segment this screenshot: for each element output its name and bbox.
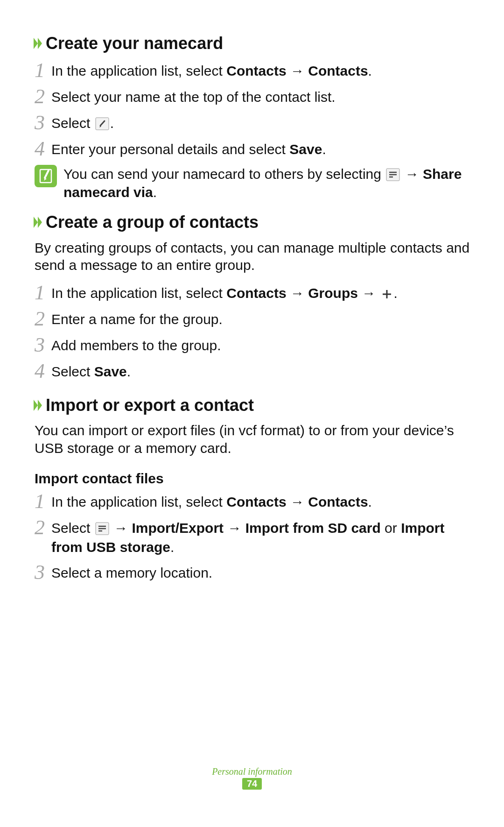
section-heading-import: Import or export a contact bbox=[33, 395, 471, 417]
step-text: In the application list, select Contacts… bbox=[51, 283, 471, 303]
step-text: Enter a name for the group. bbox=[51, 309, 471, 329]
heading-text: Create your namecard bbox=[46, 33, 223, 55]
svg-marker-17 bbox=[38, 400, 42, 411]
edit-icon bbox=[95, 117, 109, 130]
step-text: Select → Import/Export → Import from SD … bbox=[51, 517, 471, 557]
step-text: Select a memory location. bbox=[51, 562, 471, 583]
step: 2Enter a name for the group. bbox=[35, 309, 471, 329]
page-footer: Personal information 74 bbox=[0, 766, 504, 790]
chevron-icon bbox=[33, 216, 43, 229]
step-text: Select . bbox=[51, 113, 471, 133]
note-icon bbox=[35, 165, 57, 187]
section-heading-namecard: Create your namecard bbox=[33, 33, 471, 55]
svg-marker-16 bbox=[34, 400, 38, 411]
step-text: Select your name at the top of the conta… bbox=[51, 86, 471, 107]
step: 2Select your name at the top of the cont… bbox=[35, 86, 471, 107]
section-intro: By creating groups of contacts, you can … bbox=[35, 239, 471, 274]
note-text: You can send your namecard to others by … bbox=[63, 165, 471, 201]
footer-section-name: Personal information bbox=[0, 766, 504, 777]
step: 3Select . bbox=[35, 113, 471, 133]
step: 1In the application list, select Contact… bbox=[35, 60, 471, 81]
chevron-icon bbox=[33, 399, 43, 412]
heading-text: Import or export a contact bbox=[46, 395, 254, 417]
sub-heading-import-files: Import contact files bbox=[35, 471, 471, 487]
page-number: 74 bbox=[242, 778, 262, 790]
step-text: Enter your personal details and select S… bbox=[51, 139, 471, 159]
svg-marker-12 bbox=[34, 217, 38, 228]
step: 3Add members to the group. bbox=[35, 335, 471, 355]
step-text: In the application list, select Contacts… bbox=[51, 60, 471, 81]
menu-icon bbox=[95, 522, 109, 535]
steps-groups: 1In the application list, select Contact… bbox=[33, 283, 471, 382]
step-text: Select Save. bbox=[51, 361, 471, 382]
plus-icon bbox=[381, 288, 393, 300]
svg-marker-1 bbox=[38, 38, 42, 49]
section-heading-groups: Create a group of contacts bbox=[33, 212, 471, 233]
svg-marker-13 bbox=[38, 217, 42, 228]
step: 2Select → Import/Export → Import from SD… bbox=[35, 517, 471, 557]
step: 1In the application list, select Contact… bbox=[35, 491, 471, 512]
chevron-icon bbox=[33, 37, 43, 50]
heading-text: Create a group of contacts bbox=[46, 212, 259, 233]
step: 4Enter your personal details and select … bbox=[35, 139, 471, 159]
menu-icon bbox=[386, 168, 400, 181]
step: 1In the application list, select Contact… bbox=[35, 283, 471, 303]
step-text: Add members to the group. bbox=[51, 335, 471, 355]
step: 4Select Save. bbox=[35, 361, 471, 382]
section-intro: You can import or export files (in vcf f… bbox=[35, 422, 471, 457]
steps-import: 1In the application list, select Contact… bbox=[33, 491, 471, 583]
svg-line-6 bbox=[45, 170, 49, 178]
manual-page: Create your namecard 1In the application… bbox=[0, 0, 504, 583]
note-block: You can send your namecard to others by … bbox=[35, 165, 471, 201]
step-text: In the application list, select Contacts… bbox=[51, 491, 471, 512]
svg-marker-0 bbox=[34, 38, 38, 49]
steps-namecard: 1In the application list, select Contact… bbox=[33, 60, 471, 159]
step: 3Select a memory location. bbox=[35, 562, 471, 583]
